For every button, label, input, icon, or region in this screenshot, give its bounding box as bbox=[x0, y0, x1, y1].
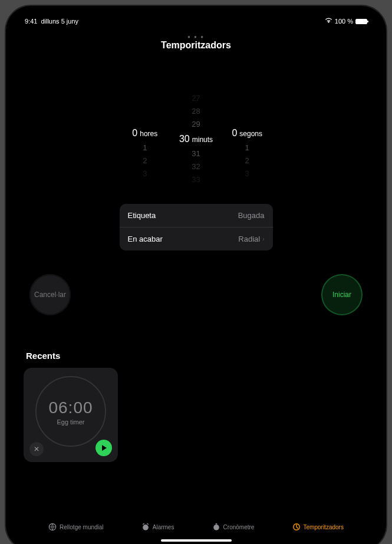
recents-heading: Recents bbox=[24, 351, 368, 361]
recent-timer-card[interactable]: 06:00 Egg timer ✕ bbox=[24, 368, 118, 462]
minutes-label: minuts bbox=[192, 131, 213, 148]
recent-timer-name: Egg timer bbox=[57, 418, 84, 426]
when-done-key: En acabar bbox=[128, 235, 163, 243]
status-time: 9:41 bbox=[25, 18, 37, 25]
label-row[interactable]: Etiqueta Bugada bbox=[120, 204, 273, 227]
remove-recent-button[interactable]: ✕ bbox=[29, 442, 44, 456]
play-icon bbox=[101, 445, 107, 451]
tab-alarms[interactable]: Alarmes bbox=[141, 523, 174, 531]
duration-picker[interactable]: 0 hores 1 2 3 27 28 29 30 minuts 31 bbox=[120, 98, 273, 180]
minutes-value: 30 bbox=[179, 131, 190, 147]
svg-rect-3 bbox=[215, 523, 217, 525]
when-done-row[interactable]: En acabar Radial › bbox=[120, 227, 273, 250]
svg-point-2 bbox=[213, 525, 219, 530]
recent-timer-time: 06:00 bbox=[48, 398, 93, 417]
minutes-column[interactable]: 27 28 29 30 minuts 31 32 33 bbox=[170, 98, 222, 180]
svg-point-1 bbox=[143, 525, 149, 530]
start-button[interactable]: Iniciar bbox=[321, 274, 363, 315]
status-date: dilluns 5 juny bbox=[41, 18, 78, 25]
alarm-icon bbox=[141, 523, 150, 531]
status-bar: 9:41 dilluns 5 juny 100 % bbox=[12, 12, 380, 26]
cancel-button[interactable]: Cancel·lar bbox=[29, 274, 71, 315]
battery-icon bbox=[355, 19, 367, 24]
chevron-right-icon: › bbox=[262, 236, 264, 242]
when-done-value: Radial bbox=[238, 235, 260, 243]
timer-settings-list: Etiqueta Bugada En acabar Radial › bbox=[120, 204, 273, 250]
label-key: Etiqueta bbox=[128, 211, 156, 220]
seconds-label: segons bbox=[239, 126, 262, 142]
multitask-dots[interactable]: ● ● ● bbox=[187, 34, 205, 39]
stopwatch-icon bbox=[212, 523, 220, 531]
battery-percent: 100 % bbox=[335, 18, 353, 25]
globe-icon bbox=[48, 523, 57, 531]
hours-label: hores bbox=[140, 126, 157, 142]
tab-bar: Rellotge mundial Alarmes Cronòmetre Temp… bbox=[12, 517, 380, 539]
tab-timers[interactable]: Temporitzadors bbox=[292, 523, 344, 531]
seconds-value: 0 bbox=[232, 125, 237, 141]
hours-value: 0 bbox=[132, 125, 137, 141]
play-recent-button[interactable] bbox=[95, 440, 112, 456]
home-indicator[interactable] bbox=[161, 539, 232, 542]
seconds-column[interactable]: 0 segons 1 2 3 bbox=[222, 98, 273, 180]
close-icon: ✕ bbox=[34, 445, 39, 453]
tab-stopwatch[interactable]: Cronòmetre bbox=[212, 523, 255, 531]
timer-icon bbox=[292, 523, 301, 531]
tab-world-clock[interactable]: Rellotge mundial bbox=[48, 523, 104, 531]
label-value: Bugada bbox=[238, 211, 265, 220]
page-title: Temporitzadors bbox=[12, 40, 380, 51]
hours-column[interactable]: 0 hores 1 2 3 bbox=[120, 98, 171, 180]
wifi-icon bbox=[325, 18, 332, 25]
